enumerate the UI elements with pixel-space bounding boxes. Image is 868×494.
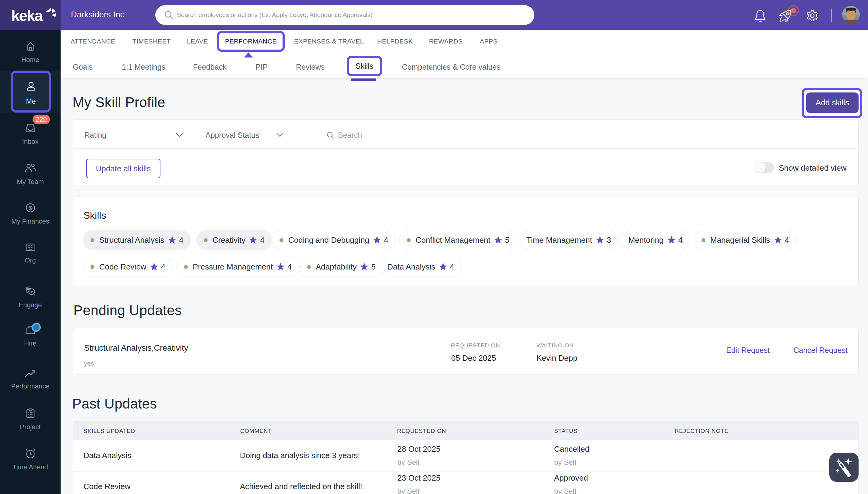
svg-text:keka: keka: [12, 7, 43, 23]
svg-text:$: $: [29, 205, 32, 211]
